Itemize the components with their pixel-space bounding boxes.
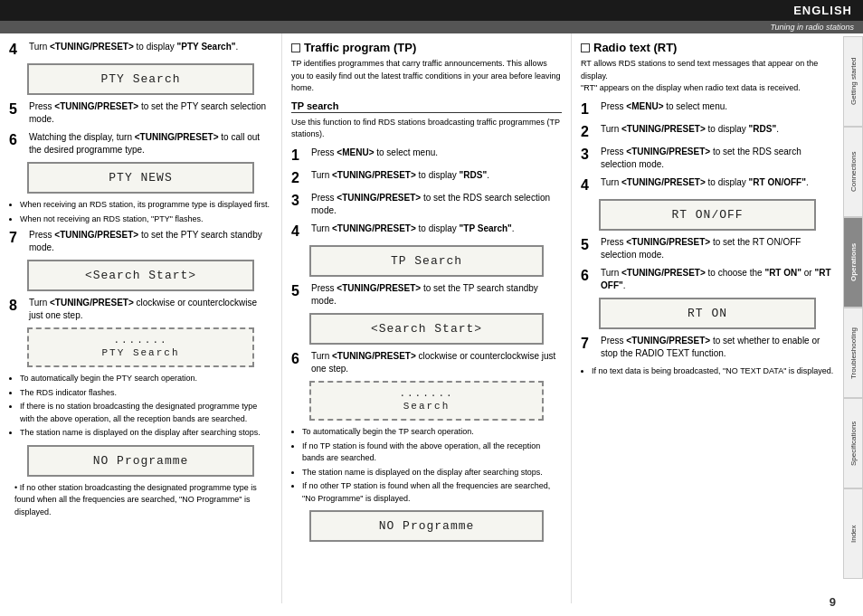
rt-step-4-row: 4 Turn <TUNING/PRESET> to display "RT ON… <box>581 176 834 194</box>
step-4-row: 4 Turn <TUNING/PRESET> to display "PTY S… <box>9 41 272 58</box>
tp-step-6-bullet-3: The station name is displayed on the dis… <box>302 467 562 479</box>
display-tp-search-start: <Search Start> <box>309 313 544 345</box>
sub-header: Tuning in radio stations <box>0 21 863 33</box>
display-rt-on: RT ON <box>599 298 816 329</box>
tab-getting-started[interactable]: Getting started <box>843 36 863 127</box>
sub-header-text: Tuning in radio stations <box>771 23 854 32</box>
tp-step-6-num: 6 <box>291 350 308 367</box>
display-tp-search: TP Search <box>309 245 544 277</box>
tab-index[interactable]: Index <box>843 488 863 579</box>
col2-title-text: Traffic program (TP) <box>304 41 416 54</box>
display-tp-search-dotted: ·······Search <box>309 381 544 421</box>
step-8-text: Turn <TUNING/PRESET> clockwise or counte… <box>29 297 272 322</box>
step-8-bullet-2: The RDS indicator flashes. <box>20 387 272 400</box>
col2-subsection-title: TP search <box>291 100 562 113</box>
tp-step-2-text: Turn <TUNING/PRESET> to display "RDS". <box>311 169 489 182</box>
tp-step-1-row: 1 Press <MENU> to select menu. <box>291 147 562 164</box>
step-8-note: • If no other station broadcasting the d… <box>14 482 272 519</box>
checkbox-icon <box>291 43 300 52</box>
col1-pty-search: 4 Turn <TUNING/PRESET> to display "PTY S… <box>0 33 282 603</box>
rt-step-5-row: 5 Press <TUNING/PRESET> to set the RT ON… <box>581 236 834 261</box>
main-content: 4 Turn <TUNING/PRESET> to display "PTY S… <box>0 33 843 603</box>
step-8-bullet-1: To automatically begin the PTY search op… <box>20 373 272 385</box>
tp-step-6-text: Turn <TUNING/PRESET> clockwise or counte… <box>311 350 562 375</box>
display-pty-search-dotted: ·······PTY Search <box>27 327 254 367</box>
step-8-num: 8 <box>9 297 25 314</box>
col3-desc: RT allows RDS stations to send text mess… <box>581 58 834 95</box>
step-8-bullet-4: The station name is displayed on the dis… <box>20 427 272 440</box>
rt-step-7-row: 7 Press <TUNING/PRESET> to set whether t… <box>581 335 834 360</box>
tp-step-1-text: Press <MENU> to select menu. <box>311 147 438 159</box>
step-4-num: 4 <box>9 41 25 58</box>
header-title: ENGLISH <box>793 4 852 17</box>
tp-step-5-row: 5 Press <TUNING/PRESET> to set the TP se… <box>291 282 562 308</box>
tp-step-3-row: 3 Press <TUNING/PRESET> to set the RDS s… <box>291 192 562 217</box>
rt-step-5-text: Press <TUNING/PRESET> to set the RT ON/O… <box>601 236 834 261</box>
rt-step-1-num: 1 <box>581 100 597 118</box>
tab-operations[interactable]: Operations <box>843 217 863 308</box>
display-pty-search: PTY Search <box>27 63 254 95</box>
tp-step-2-num: 2 <box>291 169 308 186</box>
step-6-notes: When receiving an RDS station, its progr… <box>20 199 272 225</box>
step-5-row: 5 Press <TUNING/PRESET> to set the PTY s… <box>9 100 272 126</box>
tp-step-4-num: 4 <box>291 223 308 240</box>
rt-step-3-text: Press <TUNING/PRESET> to set the RDS sea… <box>601 146 834 171</box>
tab-troubleshooting[interactable]: Troubleshooting <box>843 308 863 398</box>
tp-step-6-bullet-1: To automatically begin the TP search ope… <box>302 426 562 439</box>
rt-step-6-text: Turn <TUNING/PRESET> to choose the "RT O… <box>601 267 834 292</box>
rt-step-1-text: Press <MENU> to select menu. <box>601 100 727 113</box>
rt-step-1-row: 1 Press <MENU> to select menu. <box>581 100 834 118</box>
checkbox-icon-2 <box>581 43 590 52</box>
display-search-start-1: <Search Start> <box>27 260 254 291</box>
display-tp-no-programme: NO Programme <box>309 510 544 542</box>
step-7-num: 7 <box>9 229 25 246</box>
display-pty-news: PTY NEWS <box>27 162 254 194</box>
tp-step-6-bullet-4: If no other TP station is found when all… <box>302 480 562 505</box>
right-tabs: Getting started Connections Operations T… <box>843 36 863 579</box>
rt-step-2-row: 2 Turn <TUNING/PRESET> to display "RDS". <box>581 123 834 140</box>
display-no-programme-1: NO Programme <box>27 445 254 477</box>
rt-step-3-row: 3 Press <TUNING/PRESET> to set the RDS s… <box>581 146 834 171</box>
tp-step-6-bullets: To automatically begin the TP search ope… <box>302 426 562 505</box>
step-5-num: 5 <box>9 100 25 118</box>
step-8-bullet-3: If there is no station broadcasting the … <box>20 401 272 425</box>
rt-step-3-num: 3 <box>581 146 597 163</box>
step-6-note-1: When receiving an RDS station, its progr… <box>20 199 272 212</box>
col3-title-text: Radio text (RT) <box>593 41 677 54</box>
rt-step-7-num: 7 <box>581 335 597 352</box>
page-number: 9 <box>830 595 836 609</box>
rt-step-7-bullets: If no text data is being broadcasted, "N… <box>592 365 834 378</box>
rt-step-5-num: 5 <box>581 236 597 253</box>
step-6-note-2: When not receiving an RDS station, "PTY"… <box>20 213 272 226</box>
tp-step-6-bullet-2: If no TP station is found with the above… <box>302 441 562 465</box>
display-rt-on-off: RT ON/OFF <box>599 199 816 231</box>
tp-step-5-text: Press <TUNING/PRESET> to set the TP sear… <box>311 282 562 308</box>
page-header: ENGLISH <box>0 0 863 21</box>
tab-connections[interactable]: Connections <box>843 127 863 217</box>
rt-step-7-text: Press <TUNING/PRESET> to set whether to … <box>601 335 834 360</box>
step-8-row: 8 Turn <TUNING/PRESET> clockwise or coun… <box>9 297 272 322</box>
col2-traffic-program: Traffic program (TP) TP identifies progr… <box>282 33 572 603</box>
tab-specifications[interactable]: Specifications <box>843 398 863 488</box>
step-6-text: Watching the display, turn <TUNING/PRESE… <box>29 131 272 156</box>
tp-step-3-num: 3 <box>291 192 308 209</box>
step-6-num: 6 <box>9 131 25 148</box>
tp-step-2-row: 2 Turn <TUNING/PRESET> to display "RDS". <box>291 169 562 186</box>
rt-step-6-row: 6 Turn <TUNING/PRESET> to choose the "RT… <box>581 267 834 292</box>
rt-step-2-num: 2 <box>581 123 597 140</box>
col2-desc: TP identifies programmes that carry traf… <box>291 58 562 95</box>
col3-title: Radio text (RT) <box>581 41 834 54</box>
col2-subsection-desc: Use this function to find RDS stations b… <box>291 117 562 141</box>
col3-radio-text: Radio text (RT) RT allows RDS stations t… <box>572 33 843 603</box>
tp-step-3-text: Press <TUNING/PRESET> to set the RDS sea… <box>311 192 562 217</box>
tp-step-6-row: 6 Turn <TUNING/PRESET> clockwise or coun… <box>291 350 562 375</box>
step-7-row: 7 Press <TUNING/PRESET> to set the PTY s… <box>9 229 272 254</box>
step-5-text: Press <TUNING/PRESET> to set the PTY sea… <box>29 100 272 126</box>
step-7-text: Press <TUNING/PRESET> to set the PTY sea… <box>29 229 272 254</box>
step-8-bullets: To automatically begin the PTY search op… <box>20 373 272 440</box>
tp-step-5-num: 5 <box>291 282 308 299</box>
step-4-text: Turn <TUNING/PRESET> to display "PTY Sea… <box>29 41 238 53</box>
rt-step-4-text: Turn <TUNING/PRESET> to display "RT ON/O… <box>601 176 809 189</box>
rt-step-2-text: Turn <TUNING/PRESET> to display "RDS". <box>601 123 779 136</box>
tp-step-4-text: Turn <TUNING/PRESET> to display "TP Sear… <box>311 223 515 235</box>
